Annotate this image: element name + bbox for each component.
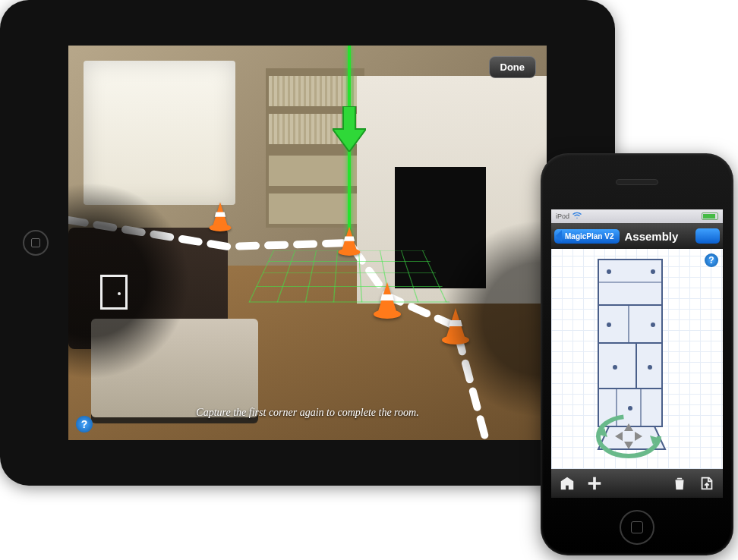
vignette-right: [440, 220, 547, 417]
svg-point-2: [374, 310, 401, 319]
floorplan-canvas[interactable]: ?: [551, 249, 723, 469]
vignette-left: [68, 182, 190, 379]
door-icon[interactable]: [100, 275, 128, 310]
svg-point-18: [648, 365, 652, 370]
done-button[interactable]: Done: [489, 56, 537, 78]
trash-icon[interactable]: [671, 475, 688, 492]
svg-rect-6: [598, 343, 636, 389]
iphone-screen: iPod MagicPlan V2 Assembly ?: [551, 209, 723, 498]
nav-bar: MagicPlan V2 Assembly: [551, 223, 723, 249]
ar-floor-grid: [248, 250, 449, 302]
iphone-home-button[interactable]: [620, 510, 654, 545]
ipad-device: Done Capture the first corner again to c…: [0, 0, 615, 486]
iphone-speaker: [616, 179, 658, 185]
help-button[interactable]: ?: [76, 416, 93, 433]
export-icon[interactable]: [699, 475, 715, 492]
ar-down-arrow-icon: [333, 106, 366, 152]
battery-icon: [702, 212, 718, 220]
nav-title: Assembly: [624, 230, 691, 243]
back-button[interactable]: MagicPlan V2: [554, 229, 620, 244]
svg-point-0: [210, 224, 232, 231]
iphone-device: iPod MagicPlan V2 Assembly ?: [541, 153, 733, 555]
help-button[interactable]: ?: [705, 253, 718, 267]
add-icon[interactable]: [586, 475, 603, 492]
nav-right-button[interactable]: [695, 228, 720, 244]
rotate-handle-icon[interactable]: [592, 410, 665, 463]
ar-cone-marker: [337, 225, 361, 256]
bottom-toolbar: [551, 469, 723, 498]
ipad-home-button[interactable]: [23, 230, 49, 256]
wifi-icon: [572, 212, 582, 221]
ipad-screen: Done Capture the first corner again to c…: [68, 46, 547, 440]
svg-point-13: [607, 269, 611, 274]
svg-point-1: [339, 248, 361, 256]
svg-point-20: [598, 417, 659, 456]
svg-point-14: [651, 269, 655, 274]
status-bar: iPod: [551, 209, 723, 223]
svg-point-15: [607, 322, 611, 327]
instruction-text: Capture the first corner again to comple…: [196, 407, 418, 419]
capture-room-icon[interactable]: [559, 475, 576, 492]
svg-point-17: [613, 365, 617, 370]
svg-point-16: [651, 322, 655, 327]
ar-cone-marker: [372, 281, 402, 319]
ar-cone-marker: [208, 201, 232, 231]
device-label: iPod: [556, 212, 569, 220]
